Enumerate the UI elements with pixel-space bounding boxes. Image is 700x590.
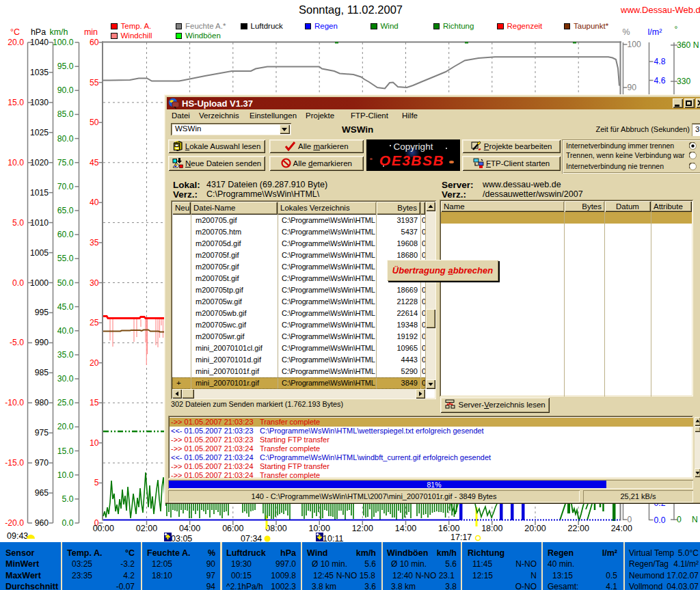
svg-text:50: 50 (90, 118, 99, 127)
svg-text:1010: 1010 (30, 218, 49, 228)
svg-text:970: 970 (35, 458, 49, 468)
svg-text:N: N (692, 515, 698, 524)
svg-text:995: 995 (35, 308, 49, 317)
svg-text:18:00: 18:00 (481, 524, 502, 533)
svg-text:45: 45 (90, 158, 99, 167)
svg-text:30: 30 (90, 278, 99, 288)
svg-text:85.0: 85.0 (57, 109, 74, 119)
svg-text:17:17: 17:17 (450, 533, 472, 542)
svg-text:08:00: 08:00 (265, 524, 286, 533)
svg-text:965: 965 (35, 488, 49, 498)
svg-text:960: 960 (35, 518, 49, 528)
svg-text:15.0: 15.0 (8, 98, 24, 107)
svg-text:20: 20 (90, 358, 99, 368)
svg-text:km/h: km/h (49, 27, 68, 37)
svg-text:°: ° (675, 25, 678, 34)
svg-text:55.0: 55.0 (57, 254, 74, 263)
svg-text:12:00: 12:00 (352, 524, 373, 533)
svg-text:0: 0 (677, 515, 682, 524)
svg-text:%: % (622, 27, 630, 37)
svg-text:-10.0: -10.0 (5, 398, 24, 407)
svg-text:985: 985 (35, 368, 49, 377)
svg-text:100.0: 100.0 (53, 38, 74, 47)
svg-text:40.0: 40.0 (57, 326, 74, 336)
svg-text:25.0: 25.0 (57, 398, 74, 407)
svg-text:20:00: 20:00 (524, 524, 546, 533)
svg-text:5.0: 5.0 (12, 218, 24, 228)
svg-text:15: 15 (90, 398, 99, 407)
svg-text:35: 35 (90, 238, 99, 247)
svg-text:0: 0 (628, 515, 632, 524)
svg-text:5.0: 5.0 (62, 494, 74, 504)
svg-text:1005: 1005 (30, 248, 49, 258)
svg-text:90.0: 90.0 (57, 85, 74, 95)
svg-text:975: 975 (35, 428, 49, 438)
svg-text:1035: 1035 (30, 68, 49, 77)
svg-text:4.8: 4.8 (654, 57, 666, 66)
svg-text:50.0: 50.0 (57, 278, 74, 288)
svg-text:°C: °C (10, 27, 20, 37)
svg-text:hPa: hPa (31, 27, 46, 37)
svg-text:1040: 1040 (30, 38, 49, 47)
svg-text:330: 330 (677, 77, 691, 86)
svg-text:0.0: 0.0 (62, 518, 74, 528)
svg-text:1015: 1015 (30, 188, 49, 198)
svg-text:360 N: 360 N (677, 40, 699, 50)
svg-text:45.0: 45.0 (57, 302, 74, 312)
svg-text:15.0: 15.0 (57, 446, 74, 456)
svg-text:20.0: 20.0 (57, 422, 74, 431)
svg-text:-5.0: -5.0 (10, 338, 24, 347)
svg-text:1030: 1030 (30, 98, 49, 107)
svg-text:1025: 1025 (30, 128, 49, 137)
svg-text:990: 990 (35, 338, 49, 347)
svg-text:-20.0: -20.0 (5, 518, 24, 528)
svg-text:16:00: 16:00 (438, 524, 459, 533)
svg-text:1020: 1020 (30, 158, 49, 167)
svg-text:04:00: 04:00 (179, 524, 200, 533)
svg-text:22:00: 22:00 (568, 524, 589, 533)
svg-text:60.0: 60.0 (57, 230, 74, 239)
svg-text:10:00: 10:00 (309, 524, 330, 533)
svg-text:5: 5 (94, 478, 99, 487)
svg-text:100: 100 (628, 40, 642, 49)
svg-text:25: 25 (90, 318, 99, 327)
svg-text:09:43: 09:43 (7, 531, 28, 541)
svg-text:65.0: 65.0 (57, 206, 74, 215)
svg-text:35.0: 35.0 (57, 350, 74, 360)
svg-text:10.0: 10.0 (57, 470, 74, 480)
svg-text:06:00: 06:00 (222, 524, 243, 533)
svg-text:min: min (84, 27, 98, 37)
svg-text:02:00: 02:00 (136, 524, 157, 533)
svg-text:40: 40 (90, 198, 99, 207)
svg-text:00:00: 00:00 (93, 524, 114, 533)
svg-text:-15.0: -15.0 (5, 458, 24, 468)
svg-text:10.0: 10.0 (8, 158, 24, 167)
svg-text:20.0: 20.0 (8, 38, 24, 47)
svg-text:55: 55 (90, 78, 99, 88)
svg-text:1000: 1000 (30, 278, 49, 288)
svg-text:80.0: 80.0 (57, 134, 74, 144)
svg-text:l/m²: l/m² (648, 27, 662, 37)
svg-text:24:00: 24:00 (611, 524, 632, 533)
svg-text:4.6: 4.6 (654, 76, 666, 85)
svg-text:980: 980 (35, 398, 49, 407)
svg-text:95.0: 95.0 (57, 62, 74, 71)
svg-text:10: 10 (90, 438, 99, 448)
svg-text:90: 90 (628, 83, 637, 92)
svg-text:70.0: 70.0 (57, 182, 74, 191)
svg-text:30.0: 30.0 (57, 374, 74, 384)
svg-text:0.0: 0.0 (12, 278, 24, 288)
svg-text:14:00: 14:00 (395, 524, 416, 533)
svg-text:75.0: 75.0 (57, 158, 74, 167)
svg-text:60: 60 (90, 38, 99, 47)
svg-text:0.0: 0.0 (654, 515, 666, 525)
